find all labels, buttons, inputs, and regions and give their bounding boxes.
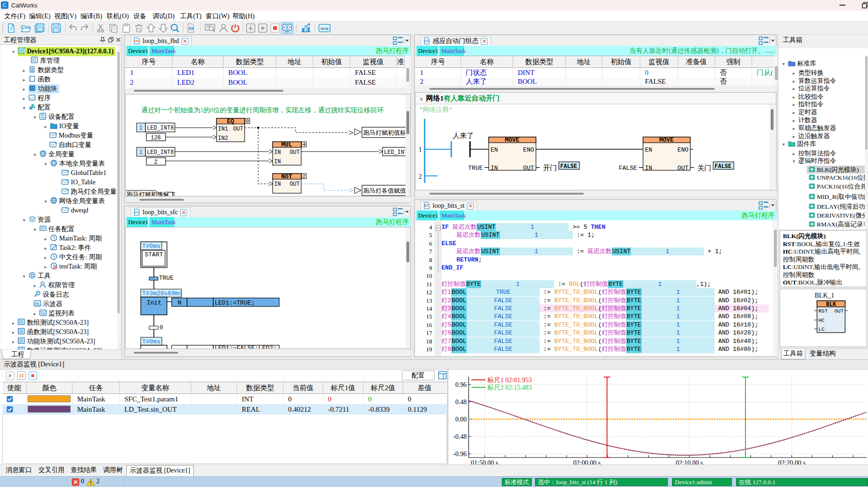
svg-text:HC: HC xyxy=(818,318,825,323)
svg-text:0.96: 0.96 xyxy=(456,381,467,388)
svg-text:IN: IN xyxy=(491,165,498,172)
svg-text:-0.48: -0.48 xyxy=(453,433,467,440)
svg-text:FBD: FBD xyxy=(134,40,139,43)
svg-text:N: N xyxy=(178,299,181,306)
svg-text:LED_INT8: LED_INT8 xyxy=(147,149,174,156)
svg-text:人来了: 人来了 xyxy=(453,132,474,139)
svg-text:START: START xyxy=(145,251,163,258)
svg-text:开门: 开门 xyxy=(543,164,557,172)
svg-text:0.00: 0.00 xyxy=(456,416,467,423)
svg-text:VAR: VAR xyxy=(66,189,70,191)
svg-text:1: 1 xyxy=(419,146,422,153)
svg-text:标尺2 02:15.483: 标尺2 02:15.483 xyxy=(487,384,532,391)
svg-text:C: C xyxy=(3,2,7,8)
svg-text:LD: LD xyxy=(425,39,429,43)
svg-text:TRUE: TRUE xyxy=(468,165,483,172)
svg-text:IN2: IN2 xyxy=(218,135,228,142)
svg-text:IN: IN xyxy=(274,159,281,165)
svg-text:FALSE: FALSE xyxy=(619,165,637,172)
svg-text:LC: LC xyxy=(818,327,825,332)
svg-text:跑马灯各值赋值标: 跑马灯各值赋值标 xyxy=(363,187,410,194)
svg-text:OUT: OUT xyxy=(66,207,70,210)
svg-text:跑马灯赋初值标: 跑马灯赋初值标 xyxy=(363,129,406,136)
svg-text:MOB: MOB xyxy=(320,27,329,31)
svg-text:-0.96: -0.96 xyxy=(453,451,467,458)
svg-text:T#0ms: T#0ms xyxy=(142,338,160,345)
svg-text:IN: IN xyxy=(274,149,281,156)
svg-text:NOT: NOT xyxy=(281,173,292,180)
svg-text:2: 2 xyxy=(419,173,422,180)
svg-text:0: 0 xyxy=(159,324,163,331)
svg-text:OUT: OUT xyxy=(834,308,844,314)
svg-text:SFC: SFC xyxy=(134,211,139,214)
svg-text:T#0ms: T#0ms xyxy=(142,243,160,250)
svg-text:0.48: 0.48 xyxy=(456,399,467,406)
svg-text:T#3m28s69ms: T#3m28s69ms xyxy=(142,290,182,297)
svg-text:VAR: VAR xyxy=(66,170,70,173)
svg-text:EN: EN xyxy=(491,146,498,153)
svg-text:1: 1 xyxy=(139,149,142,156)
svg-text:IN: IN xyxy=(645,165,652,172)
svg-text:VAR: VAR xyxy=(66,179,70,182)
svg-text:Init: Init xyxy=(147,299,161,306)
svg-text:LED1:=TRUE;: LED1:=TRUE; xyxy=(215,299,255,306)
svg-text:OUT: OUT xyxy=(289,149,300,156)
svg-text:MOVE: MOVE xyxy=(659,137,673,144)
svg-text:EQ: EQ xyxy=(227,118,234,125)
svg-text:MOVE: MOVE xyxy=(505,137,519,144)
svg-text:1: 1 xyxy=(139,125,142,131)
svg-text:IN: IN xyxy=(274,181,281,188)
svg-text:LED_INT: LED_INT xyxy=(384,149,407,156)
svg-text:MB: MB xyxy=(54,132,57,135)
svg-text:关门: 关门 xyxy=(697,164,711,172)
svg-text:通过对一个初始值为1的8位的变量进行周期倍增，实现左移，通过: 通过对一个初始值为1的8位的变量进行周期倍增，实现左移，通过跳转实现位移回环 xyxy=(141,106,383,114)
svg-text:ENO: ENO xyxy=(678,146,689,153)
svg-text:标尺1 02:01.953: 标尺1 02:01.953 xyxy=(487,377,532,384)
svg-text:128: 128 xyxy=(151,135,161,141)
svg-text:</>: </> xyxy=(29,96,35,100)
svg-text:BLK: BLK xyxy=(826,301,836,308)
svg-text:IN1: IN1 xyxy=(218,126,228,132)
svg-text:0: 0 xyxy=(246,118,249,124)
svg-text:LED_INT8: LED_INT8 xyxy=(147,125,174,131)
svg-text:VA: VA xyxy=(54,142,58,145)
svg-text:OUT: OUT xyxy=(523,165,535,172)
svg-text:BLK_1: BLK_1 xyxy=(815,292,834,299)
svg-text:OUT: OUT xyxy=(289,181,300,188)
svg-text:OUT: OUT xyxy=(233,126,243,132)
svg-text:2: 2 xyxy=(303,174,306,179)
svg-text:RST: RST xyxy=(818,308,828,314)
svg-text:MUL: MUL xyxy=(281,141,292,148)
svg-text:EN: EN xyxy=(645,146,652,153)
svg-text:FALSE: FALSE xyxy=(560,163,577,170)
svg-text:2: 2 xyxy=(154,159,157,166)
svg-text:LED1:=FALSE;LED2:: LED1:=FALSE;LED2: xyxy=(215,345,277,349)
svg-text:FALSE: FALSE xyxy=(715,163,731,170)
svg-text:TRUE: TRUE xyxy=(159,275,174,282)
svg-text:ENO: ENO xyxy=(523,146,535,153)
svg-text:4: 4 xyxy=(303,142,306,147)
svg-text:OUT: OUT xyxy=(678,165,689,172)
svg-text:ST: ST xyxy=(425,204,428,207)
